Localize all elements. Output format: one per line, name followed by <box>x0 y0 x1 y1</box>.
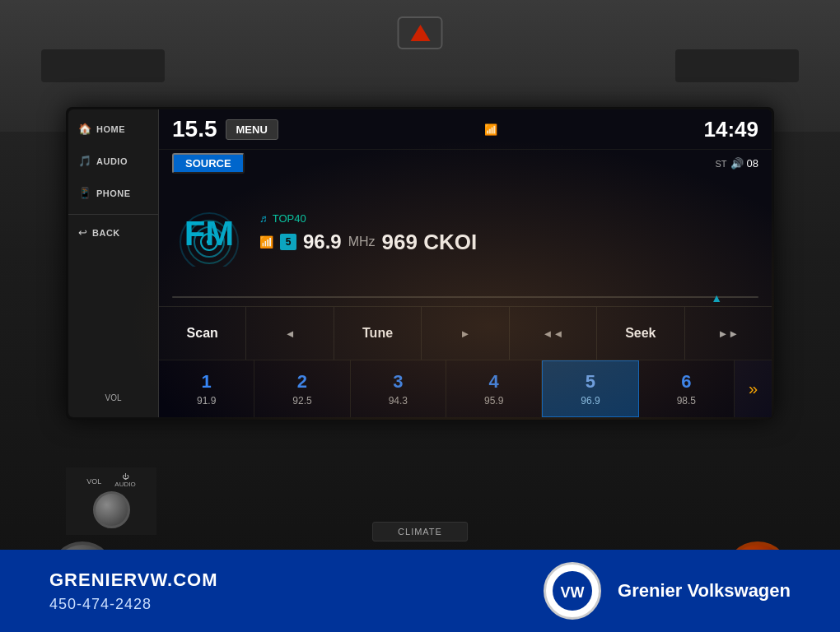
preset-number: 4 <box>489 371 499 393</box>
vol-knob-label: VOL <box>86 477 101 486</box>
hazard-triangle-icon <box>410 25 430 41</box>
preset-number: 2 <box>297 371 307 393</box>
phone-icon: 📱 <box>78 187 91 199</box>
preset-frequency: 92.5 <box>292 395 311 407</box>
station-frequency: 96.9 <box>303 230 342 253</box>
preset-4-button[interactable]: 4 95.9 <box>446 360 542 417</box>
car-interior: 🏠 HOME 🎵 AUDIO 📱 PHONE ↩ BACK <box>0 0 840 632</box>
seek-label: Seek <box>625 326 656 341</box>
dealer-brand-name: Grenier Volkswagen <box>618 580 791 602</box>
back-label: BACK <box>92 228 120 238</box>
progress-area: ▲ <box>159 290 772 306</box>
dealer-info: GRENIERVW.COM 450-474-2428 <box>49 569 218 613</box>
seek-next-button[interactable]: ►► <box>685 307 772 360</box>
audio-knob-label: AUDIO <box>114 481 135 488</box>
scan-button[interactable]: Scan <box>159 307 246 360</box>
sidebar-phone-button[interactable]: 📱 PHONE <box>68 180 158 206</box>
preset-number: 5 <box>586 371 595 393</box>
preset-frequency: 95.9 <box>484 395 503 407</box>
preset-2-button[interactable]: 2 92.5 <box>254 360 350 417</box>
fm-icon-area: FM <box>172 184 246 283</box>
preset-frequency: 91.9 <box>197 395 216 407</box>
phone-label: PHONE <box>96 188 131 198</box>
freq-display: 15.5 MENU <box>172 116 278 142</box>
dealer-website: GRENIERVW.COM <box>49 569 218 591</box>
controls-row: Scan ◄ Tune ► ◄◄ Seek <box>159 306 772 360</box>
vw-logo-circle: VW <box>544 562 601 620</box>
genre-label: TOP40 <box>273 212 306 225</box>
speaker-icon: 🔊 <box>730 157 744 170</box>
dealer-banner: GRENIERVW.COM 450-474-2428 VW Grenier Vo… <box>0 550 840 632</box>
vol-label: VOL <box>105 393 121 402</box>
preset-badge: 5 <box>280 234 296 250</box>
seek-prev-icon: ◄◄ <box>543 328 564 340</box>
audio-power-icon: ⏻ <box>122 474 128 481</box>
menu-button[interactable]: MENU <box>226 119 278 140</box>
preset-5-button[interactable]: 5 96.9 <box>542 360 638 417</box>
hazard-button[interactable] <box>398 16 443 49</box>
station-freq-line: 📶 5 96.9 MHz 969 CKOI <box>259 230 758 255</box>
preset-frequency: 94.3 <box>389 395 408 407</box>
seek-button[interactable]: Seek <box>597 307 684 360</box>
tune-label: Tune <box>362 326 393 341</box>
home-label: HOME <box>96 124 125 134</box>
audio-label: AUDIO <box>96 156 128 166</box>
second-row: SOURCE ST 🔊 08 <box>159 150 772 177</box>
audio-icon: 🎵 <box>78 155 91 167</box>
infotainment-screen-wrapper: 🏠 HOME 🎵 AUDIO 📱 PHONE ↩ BACK <box>66 107 774 420</box>
volume-level: 08 <box>747 157 758 170</box>
preset-6-button[interactable]: 6 98.5 <box>639 360 735 417</box>
preset-number: 6 <box>681 371 691 393</box>
fm-mode-label: FM <box>184 214 235 253</box>
music-icon: ♬ <box>259 212 268 225</box>
vw-logo-icon: VW <box>552 570 593 611</box>
vol-audio-area: VOL <box>68 385 158 411</box>
sidebar-audio-button[interactable]: 🎵 AUDIO <box>68 148 158 174</box>
preset-number: 1 <box>202 371 212 393</box>
main-display: 15.5 MENU 📶 14:49 SOURCE ST 🔊 08 <box>159 109 772 417</box>
progress-track <box>172 296 758 298</box>
chevron-right-icon: » <box>749 379 758 398</box>
dealer-phone: 450-474-2428 <box>49 596 218 613</box>
signal-icon-small: 📶 <box>484 123 497 136</box>
tune-prev-icon: ◄ <box>285 328 296 340</box>
home-icon: 🏠 <box>78 123 91 135</box>
seek-prev-button[interactable]: ◄◄ <box>510 307 597 360</box>
dealer-logo-area: VW Grenier Volkswagen <box>544 562 791 620</box>
vent-right <box>675 49 799 82</box>
fm-area: FM ♬ TOP40 📶 5 96.9 MHz 969 CKOI <box>159 177 772 290</box>
preset-1-button[interactable]: 1 91.9 <box>159 360 254 417</box>
infotainment-screen: 🏠 HOME 🎵 AUDIO 📱 PHONE ↩ BACK <box>68 109 772 417</box>
presets-row: 1 91.9 2 92.5 3 94.3 4 95.9 5 96.9 6 98.… <box>159 360 772 417</box>
source-button[interactable]: SOURCE <box>172 153 245 174</box>
vol-knob-area: VOL ⏻ AUDIO <box>66 467 156 535</box>
sidebar-back-button[interactable]: ↩ BACK <box>68 220 158 245</box>
back-icon: ↩ <box>78 226 87 239</box>
preset-frequency: 98.5 <box>677 395 696 407</box>
left-sidebar: 🏠 HOME 🎵 AUDIO 📱 PHONE ↩ BACK <box>68 109 159 417</box>
tune-prev-button[interactable]: ◄ <box>246 307 334 360</box>
seek-next-icon: ►► <box>717 328 739 340</box>
freq-unit-label: MHz <box>348 235 376 249</box>
climate-button[interactable]: CLIMATE <box>372 522 468 541</box>
signal-bars-icon: 📶 <box>259 235 273 249</box>
preset-3-button[interactable]: 3 94.3 <box>351 360 446 417</box>
station-name: 969 CKOI <box>382 230 478 255</box>
scan-label: Scan <box>187 326 218 341</box>
clock-display: 14:49 <box>704 117 759 142</box>
tune-next-button[interactable]: ► <box>422 307 509 360</box>
top-bar: 15.5 MENU 📶 14:49 <box>159 109 772 150</box>
preset-frequency: 96.9 <box>581 395 600 407</box>
progress-chevron-icon: ▲ <box>711 291 722 304</box>
st-indicator: ST 🔊 08 <box>715 157 758 170</box>
tune-next-icon: ► <box>460 328 471 340</box>
station-info: ♬ TOP40 📶 5 96.9 MHz 969 CKOI <box>259 184 758 283</box>
st-label: ST <box>715 159 726 169</box>
sidebar-home-button[interactable]: 🏠 HOME <box>68 116 158 142</box>
volume-knob[interactable] <box>93 491 130 528</box>
vent-left <box>41 49 165 82</box>
presets-next-button[interactable]: » <box>735 360 772 417</box>
sidebar-divider <box>68 214 158 215</box>
svg-text:VW: VW <box>561 584 585 601</box>
tune-button[interactable]: Tune <box>334 307 422 360</box>
